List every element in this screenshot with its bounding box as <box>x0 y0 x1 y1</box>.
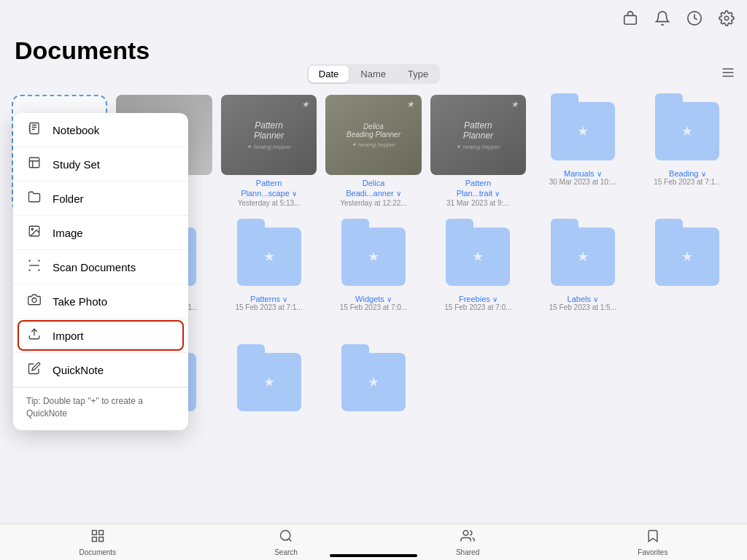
folder-date: 15 Feb 2023 at 7:1... <box>654 178 721 186</box>
folder-shape: ★ <box>655 102 719 160</box>
shared-nav-icon <box>460 529 475 547</box>
folder-star-icon: ★ <box>577 249 589 265</box>
folder-name: Widgets ∨ <box>355 295 392 303</box>
folder-icon: ★ <box>640 220 735 293</box>
menu-item-folder[interactable]: Folder <box>13 182 188 216</box>
doc-name: PatternPlann...scape ∨ <box>241 178 297 199</box>
menu-item-notebook-label: Notebook <box>53 124 99 136</box>
folder-star-icon: ★ <box>368 374 379 390</box>
sort-name-button[interactable]: Name <box>350 66 396 82</box>
list-item[interactable]: ★ Pattern Planner ✦ heaing hepper Patter… <box>221 95 317 211</box>
page-title: Documents <box>15 36 150 65</box>
svg-rect-21 <box>92 530 96 534</box>
nav-shared-label: Shared <box>456 548 479 556</box>
quicknote-icon <box>26 362 42 378</box>
notebook-icon <box>26 122 42 138</box>
svg-rect-6 <box>30 123 39 134</box>
clock-icon[interactable] <box>686 9 703 27</box>
doc-name: PatternPlan...trait ∨ <box>457 178 500 199</box>
folder-star-icon: ★ <box>577 123 589 139</box>
folder-icon: ★ <box>535 220 630 293</box>
top-bar <box>0 0 747 36</box>
menu-item-scan-label: Scan Documents <box>53 261 136 273</box>
folder-star-icon: ★ <box>681 249 693 265</box>
documents-nav-icon <box>90 529 105 547</box>
folder-icon: ★ <box>430 220 526 293</box>
doc-thumbnail: ★ Delica Beading Planner ✦ heaing hepper <box>325 95 421 175</box>
nav-documents[interactable]: Documents <box>80 529 117 556</box>
svg-rect-23 <box>92 537 96 541</box>
list-item[interactable]: ★ Beading ∨ 15 Feb 2023 at 7:1... <box>640 95 735 211</box>
svg-point-19 <box>32 298 36 303</box>
doc-date: 31 Mar 2023 at 9:... <box>446 199 510 207</box>
list-item[interactable]: ★ Widgets ∨ 15 Feb 2023 at 7:0... <box>325 220 421 337</box>
folder-shape: ★ <box>655 228 719 286</box>
import-icon <box>26 327 42 343</box>
home-indicator <box>330 554 417 557</box>
folder-star-icon: ★ <box>263 374 275 390</box>
pattern-planner-thumb: ★ Pattern Planner ✦ heaing hepper <box>221 95 317 175</box>
list-item[interactable]: ★ Freebies ∨ 15 Feb 2023 at 7:0... <box>430 220 526 337</box>
folder-icon: ★ <box>325 346 421 419</box>
folder-shape: ★ <box>551 102 615 160</box>
folder-star-icon: ★ <box>368 249 379 265</box>
favorites-nav-icon <box>646 529 660 547</box>
folder-shape: ★ <box>551 228 615 286</box>
doc-name: DelicaBeadi...anner ∨ <box>346 178 401 199</box>
menu-item-scan[interactable]: Scan Documents <box>13 250 188 284</box>
list-item[interactable]: ★ Patterns ∨ 15 Feb 2023 at 7:1... <box>221 220 317 337</box>
doc-date: Yesterday at 5:13... <box>238 199 301 207</box>
folder-date: 30 Mar 2023 at 10:... <box>549 178 616 186</box>
folder-name: Patterns ∨ <box>250 295 287 303</box>
scan-icon <box>26 259 42 275</box>
folder-icon <box>26 190 42 206</box>
menu-item-notebook[interactable]: Notebook <box>13 113 188 147</box>
nav-documents-label: Documents <box>80 548 117 556</box>
folder-shape: ★ <box>237 353 301 411</box>
list-item[interactable]: ★ Manuals ∨ 30 Mar 2023 at 10:... <box>535 95 630 211</box>
svg-rect-0 <box>624 15 637 24</box>
folder-shape: ★ <box>341 228 406 286</box>
menu-item-image[interactable]: Image <box>13 216 188 250</box>
folder-name: Manuals ∨ <box>564 169 602 178</box>
folder-shape: ★ <box>237 228 301 286</box>
folder-date: 15 Feb 2023 at 7:0... <box>340 303 407 311</box>
menu-item-folder-label: Folder <box>53 192 84 205</box>
sort-buttons: Date Name Type <box>307 64 440 84</box>
folder-star-icon: ★ <box>681 123 693 139</box>
folder-icon: ★ <box>221 346 317 419</box>
folder-star-icon: ★ <box>263 249 275 265</box>
nav-favorites[interactable]: Favorites <box>638 529 667 556</box>
delica-thumb: ★ Delica Beading Planner ✦ heaing hepper <box>325 95 421 175</box>
search-nav-icon <box>279 529 293 547</box>
study-set-icon <box>26 156 42 172</box>
menu-item-study-set[interactable]: Study Set <box>13 147 188 182</box>
camera-icon <box>26 293 42 309</box>
bottom-nav: Documents Search Shared Favorites <box>0 524 747 560</box>
menu-item-import[interactable]: Import <box>13 319 188 353</box>
svg-rect-13 <box>29 158 39 168</box>
bell-icon[interactable] <box>654 9 671 27</box>
nav-search[interactable]: Search <box>274 529 298 556</box>
folder-icon: ★ <box>325 220 421 293</box>
nav-shared[interactable]: Shared <box>456 529 479 556</box>
list-item[interactable]: ★ Labels ∨ 15 Feb 2023 at 1:5... <box>535 220 630 337</box>
list-item[interactable]: ★ Pattern Planner ✦ heaing hepper Patter… <box>430 95 526 211</box>
notifications-icon[interactable] <box>622 9 639 27</box>
doc-thumbnail: ★ Pattern Planner ✦ heaing hepper <box>221 95 317 175</box>
settings-icon[interactable] <box>718 9 735 27</box>
menu-item-take-photo[interactable]: Take Photo <box>13 284 188 319</box>
sort-date-button[interactable]: Date <box>309 66 349 82</box>
nav-favorites-label: Favorites <box>638 548 667 556</box>
svg-rect-22 <box>98 530 103 534</box>
menu-item-quicknote[interactable]: QuickNote <box>13 353 188 387</box>
folder-name: Beading ∨ <box>669 169 705 178</box>
list-item[interactable]: ★ <box>325 346 421 462</box>
folder-icon: ★ <box>535 95 630 168</box>
list-item[interactable]: ★ <box>221 346 317 462</box>
sort-type-button[interactable]: Type <box>398 66 438 82</box>
list-view-icon[interactable] <box>721 65 735 83</box>
list-item[interactable]: ★ Delica Beading Planner ✦ heaing hepper… <box>325 95 421 211</box>
menu-tip: Tip: Double tap "+" to create a QuickNot… <box>13 387 188 430</box>
list-item[interactable]: ★ <box>640 220 735 337</box>
